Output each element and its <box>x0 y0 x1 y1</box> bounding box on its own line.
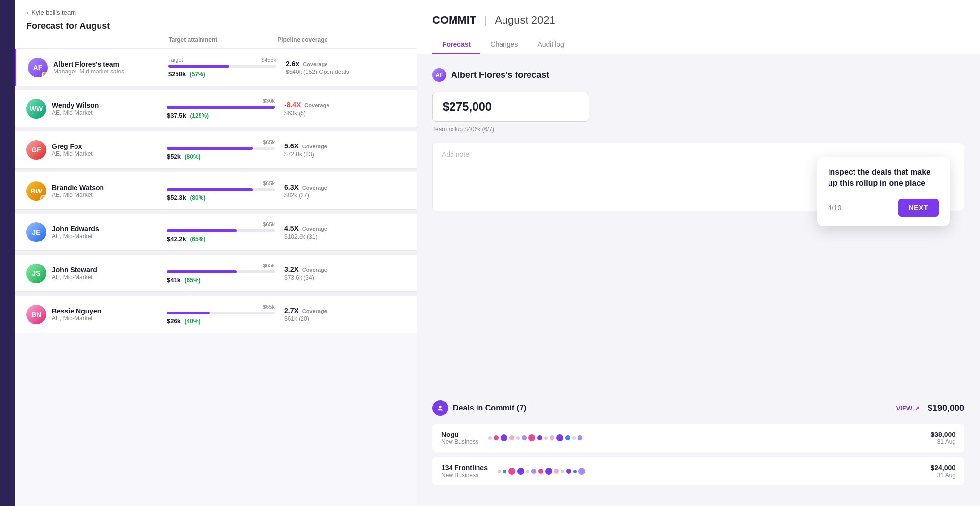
pipeline-multiplier: 2.6x Coverage <box>286 60 394 68</box>
target-cell: $65k $41k (65%) <box>167 263 284 284</box>
dot <box>554 469 559 474</box>
person-cell: BN Bessie Nguyen AE, Mid-Market <box>15 305 167 324</box>
rollup-label: Team rollup $406k (6/7) <box>432 126 964 133</box>
target-pct: (80%) <box>185 153 201 160</box>
target-label: Target $455k <box>168 57 276 63</box>
amount-input[interactable] <box>443 100 579 114</box>
progress-bar-fill <box>167 147 253 150</box>
target-label: $65k <box>167 139 275 145</box>
pipeline-multiplier: 2.7X Coverage <box>284 307 392 314</box>
person-info: Bessie Nguyen AE, Mid-Market <box>52 307 101 322</box>
deal-type: New Business <box>441 438 478 445</box>
commit-tabs: Forecast Changes Audit log <box>432 35 964 54</box>
team-row[interactable]: JE John Edwards AE, Mid-Market $65k $42.… <box>15 214 417 251</box>
team-row[interactable]: BW ! Brandie Watson AE, Mid-Market $65k … <box>15 172 417 210</box>
pipeline-cell: -8.4X Coverage $63k (5) <box>284 101 392 117</box>
target-pct: (40%) <box>185 318 201 325</box>
main-header: ‹ Kyle bell's team Forecast for August T… <box>15 0 417 49</box>
divider <box>15 169 417 172</box>
commit-pipe: | <box>481 14 490 26</box>
person-name: John Steward <box>52 266 97 274</box>
deal-amount: $38,000 <box>930 431 955 438</box>
target-label: $65k <box>167 304 275 310</box>
progress-bar-bg <box>167 312 275 314</box>
dot <box>550 435 554 440</box>
target-amount: $455k <box>261 57 276 63</box>
progress-bar-fill <box>168 65 229 68</box>
deal-right: $24,000 31 Aug <box>930 464 955 479</box>
pipeline-cell: 4.5X Coverage $102.6k (31) <box>284 224 392 240</box>
target-amount: $65k <box>263 263 275 268</box>
avatar: AF ! <box>28 58 48 77</box>
dot <box>531 469 536 474</box>
target-word: Target <box>168 57 183 63</box>
back-link-label[interactable]: Kyle bell's team <box>31 9 76 16</box>
coverage-label: Coverage <box>302 144 327 149</box>
pipeline-cell: 6.3X Coverage $82k (27) <box>284 183 392 199</box>
deals-section: Deals in Commit (7) VIEW ↗ $190,000 Nogu… <box>417 400 980 506</box>
target-pct: (125%) <box>190 112 209 119</box>
team-row[interactable]: WW Wendy Wilson AE, Mid-Market $30k $37.… <box>15 90 417 127</box>
pipeline-multiplier: 4.5X Coverage <box>284 224 392 232</box>
target-pct: (65%) <box>185 277 201 284</box>
forecast-avatar: AF <box>432 68 446 82</box>
dot <box>501 434 507 441</box>
avatar: BW ! <box>26 181 46 201</box>
target-cell: $65k $52k (80%) <box>167 139 284 160</box>
progress-bar-bg <box>167 147 275 150</box>
dot <box>573 470 577 473</box>
target-cell: $65k $26k (40%) <box>167 304 284 325</box>
divider <box>15 292 417 296</box>
tooltip-counter: 4/10 <box>828 204 841 212</box>
target-label: $65k <box>167 180 275 186</box>
deal-name: 134 Frontlines <box>441 464 488 472</box>
view-label: VIEW <box>896 405 912 412</box>
target-cell: Target $455k $258k (57%) <box>168 57 286 78</box>
pipeline-multiplier: 3.2X Coverage <box>284 265 392 273</box>
divider <box>15 251 417 255</box>
person-name: Greg Fox <box>52 143 93 150</box>
tab-changes[interactable]: Changes <box>480 35 528 54</box>
coverage-label: Coverage <box>302 226 327 232</box>
amount-input-container[interactable] <box>432 92 589 122</box>
deal-row[interactable]: 134 Frontlines New Business $24,000 <box>432 457 964 485</box>
progress-bar-bg <box>167 270 275 273</box>
target-amount: $65k <box>263 180 275 186</box>
person-info: Greg Fox AE, Mid-Market <box>52 143 93 157</box>
back-arrow-icon: ‹ <box>26 9 28 16</box>
dot <box>545 468 552 475</box>
target-label: $65k <box>167 221 275 227</box>
person-cell: AF ! Albert Flores's team Manager, Mid m… <box>16 58 168 77</box>
note-wrapper: Add note Inspect the deals that make up … <box>432 143 964 211</box>
next-button[interactable]: NEXT <box>898 199 939 217</box>
divider <box>15 127 417 131</box>
pipeline-sub: $61k (20) <box>284 315 392 322</box>
target-label: $30k <box>167 98 275 104</box>
deal-dots <box>478 434 930 441</box>
view-link[interactable]: VIEW ↗ <box>896 405 920 412</box>
tab-audit-log[interactable]: Audit log <box>528 35 574 54</box>
pipeline-multiplier: 5.6X Coverage <box>284 142 392 150</box>
deal-row[interactable]: Nogu New Business $38,000 <box>432 424 964 452</box>
progress-bar-fill <box>167 229 237 232</box>
deal-amount: $24,000 <box>930 464 955 472</box>
team-row[interactable]: BN Bessie Nguyen AE, Mid-Market $65k $26… <box>15 296 417 333</box>
team-row[interactable]: AF ! Albert Flores's team Manager, Mid m… <box>15 49 417 86</box>
team-row[interactable]: GF Greg Fox AE, Mid-Market $65k $52k (80… <box>15 131 417 169</box>
person-info: Wendy Wilson AE, Mid-Market <box>52 101 99 116</box>
back-link[interactable]: ‹ Kyle bell's team <box>26 9 405 16</box>
tooltip-text: Inspect the deals that make up this roll… <box>828 167 939 189</box>
coverage-label: Coverage <box>304 102 329 108</box>
dot <box>522 435 527 440</box>
dot <box>556 434 563 441</box>
divider <box>15 86 417 90</box>
deals-person-icon <box>432 400 448 416</box>
dot <box>578 435 582 440</box>
team-row[interactable]: JS John Steward AE, Mid-Market $65k $41k… <box>15 255 417 292</box>
dot <box>498 470 501 473</box>
tab-forecast[interactable]: Forecast <box>432 35 480 54</box>
avatar: WW <box>26 99 46 119</box>
deals-total: $190,000 <box>928 403 964 413</box>
note-placeholder: Add note <box>442 150 469 158</box>
person-role: AE, Mid-Market <box>52 150 93 157</box>
